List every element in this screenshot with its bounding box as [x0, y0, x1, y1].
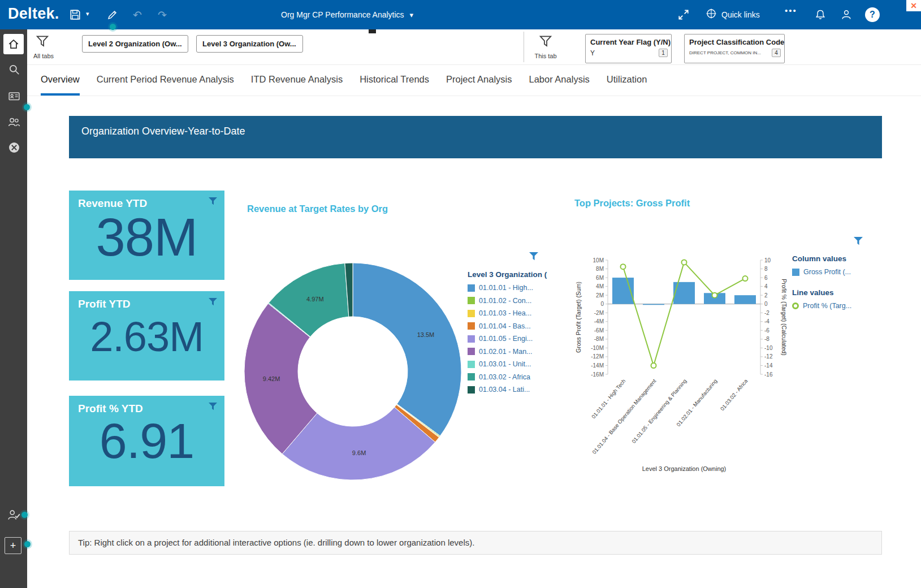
- legend-item[interactable]: 01.03.04 - Lati...: [468, 386, 561, 394]
- filter-funnel-icon[interactable]: [209, 298, 217, 308]
- kpi-card-profit-ytd[interactable]: Profit YTD 2.63M: [69, 291, 224, 381]
- tab-overview[interactable]: Overview: [41, 65, 80, 96]
- legend-swatch: [468, 348, 475, 355]
- filter-level3-organization[interactable]: Level 3 Organization (Ow...: [196, 35, 303, 53]
- hint-dot[interactable]: [24, 541, 31, 547]
- legend-item[interactable]: 01.03.01 - Unit...: [468, 360, 561, 368]
- undo-icon[interactable]: ↶: [130, 7, 145, 22]
- legend-item[interactable]: 01.01.04 - Bas...: [468, 322, 561, 330]
- left-axis-title: Gross Profit (Target) (Sum): [575, 282, 582, 353]
- filter-project-classification-code[interactable]: Project Classification Code DIRECT PROJE…: [684, 34, 785, 63]
- legend-swatch: [468, 335, 475, 343]
- gross-profit-bar[interactable]: [673, 282, 695, 304]
- combo-legend: Column values Gross Profit (... Line val…: [792, 254, 888, 322]
- filter-current-year-flag[interactable]: Current Year Flag (Y/N) Y 1: [585, 34, 672, 63]
- legend-label: 01.01.03 - Hea...: [479, 309, 531, 317]
- notifications-bell-icon[interactable]: [813, 7, 828, 22]
- left-axis-tick: -8M: [594, 336, 604, 342]
- line-marker[interactable]: [743, 276, 748, 281]
- legend-item[interactable]: Gross Profit (...: [792, 268, 888, 276]
- hint-dot[interactable]: [24, 104, 30, 110]
- save-dropdown-chevron-icon[interactable]: ▾: [86, 10, 89, 18]
- filter-funnel-icon[interactable]: [209, 197, 217, 207]
- more-options-icon[interactable]: •••: [785, 6, 797, 15]
- section-banner: Organization Overview-Year-to-Date: [69, 116, 882, 158]
- legend-label: 01.01.05 - Engi...: [479, 335, 533, 343]
- kpi-label: Profit YTD: [78, 298, 131, 310]
- filter-scrollbar-thumb[interactable]: [369, 29, 376, 33]
- this-tab-label: This tab: [529, 53, 562, 59]
- top-bar: Deltek. ▾ ↶ ↷ Org Mgr CP Performance Ana…: [0, 0, 921, 29]
- tab-labor-analysis[interactable]: Labor Analysis: [529, 65, 589, 96]
- dashboard-title-menu[interactable]: Org Mgr CP Performance Analytics ▾: [281, 0, 413, 29]
- redo-icon[interactable]: ↷: [155, 7, 170, 22]
- combo-chart[interactable]: 10M108M86M64M42M200-2M-2-4M-4-6M-6-8M-8-…: [574, 252, 789, 478]
- this-tab-filter-icon[interactable]: [539, 35, 552, 50]
- legend-item[interactable]: 01.02.01 - Man...: [468, 348, 561, 356]
- all-tabs-filter-icon[interactable]: [36, 35, 49, 50]
- legend-item[interactable]: 01.01.02 - Con...: [468, 297, 561, 305]
- tab-current-period-revenue-analysis[interactable]: Current Period Revenue Analysis: [97, 65, 234, 96]
- left-axis-tick: 8M: [596, 266, 604, 272]
- kpi-card-profit-pct-ytd[interactable]: Profit % YTD 6.91: [69, 396, 224, 486]
- donut-data-label: 13.5M: [417, 331, 435, 338]
- tab-itd-revenue-analysis[interactable]: ITD Revenue Analysis: [251, 65, 343, 96]
- filter-count-badge: 4: [772, 49, 781, 57]
- tab-utilization[interactable]: Utilization: [607, 65, 647, 96]
- close-icon[interactable]: ✕: [906, 0, 921, 11]
- legend-item[interactable]: 01.01.03 - Hea...: [468, 309, 561, 317]
- tab-project-analysis[interactable]: Project Analysis: [446, 65, 512, 96]
- legend-label: 01.01.01 - High...: [479, 284, 533, 292]
- category-label: 01.03.02 - Africa: [719, 378, 749, 412]
- expand-icon[interactable]: [676, 7, 691, 22]
- kpi-card-revenue-ytd[interactable]: Revenue YTD 38M: [69, 191, 224, 280]
- left-axis-tick: 4M: [596, 283, 604, 289]
- people-icon[interactable]: [7, 115, 21, 129]
- legend-label: 01.03.04 - Lati...: [479, 386, 530, 394]
- filter-funnel-icon[interactable]: [209, 403, 217, 413]
- user-check-icon[interactable]: [7, 508, 21, 522]
- save-icon[interactable]: [68, 7, 83, 22]
- gross-profit-bar[interactable]: [734, 295, 756, 304]
- donut-data-label: 9.42M: [263, 375, 280, 382]
- quick-links-button[interactable]: Quick links: [706, 0, 760, 29]
- left-sidebar: +: [0, 29, 27, 588]
- donut-filter-funnel-icon[interactable]: [529, 252, 538, 263]
- filter-bar: All tabs Level 2 Organization (Ow... Lev…: [27, 29, 921, 65]
- contact-card-icon[interactable]: [7, 89, 21, 103]
- left-axis-tick: 6M: [596, 275, 604, 281]
- line-marker[interactable]: [682, 260, 687, 265]
- pinned-items-icon[interactable]: [7, 140, 21, 155]
- legend-item[interactable]: Profit % (Targ...: [792, 302, 888, 310]
- hint-dot[interactable]: [21, 512, 28, 518]
- legend-item[interactable]: 01.01.05 - Engi...: [468, 335, 561, 343]
- right-axis-tick: -16: [764, 371, 773, 378]
- help-icon[interactable]: ?: [865, 7, 880, 22]
- hint-dot[interactable]: [110, 24, 116, 30]
- line-marker[interactable]: [651, 363, 656, 368]
- dashboard-tab-bar: OverviewCurrent Period Revenue AnalysisI…: [27, 65, 921, 96]
- edit-pencil-icon[interactable]: [105, 7, 120, 22]
- tab-historical-trends[interactable]: Historical Trends: [360, 65, 429, 96]
- search-icon[interactable]: [7, 62, 21, 77]
- right-axis-tick: -8: [764, 336, 769, 342]
- line-marker[interactable]: [712, 293, 717, 298]
- donut-chart-title: Revenue at Target Rates by Org: [247, 204, 388, 214]
- gross-profit-bar[interactable]: [643, 304, 664, 305]
- profit-pct-line: [623, 262, 745, 366]
- donut-chart[interactable]: 13.5M9.6M9.42M4.97M: [240, 258, 466, 485]
- donut-slice[interactable]: [353, 263, 461, 436]
- filter-level2-organization[interactable]: Level 2 Organization (Ow...: [82, 35, 188, 53]
- combo-legend-bar-swatch: [792, 269, 799, 276]
- sidebar-home-button[interactable]: [3, 34, 24, 54]
- right-axis-tick: 6: [764, 275, 768, 281]
- line-marker[interactable]: [621, 264, 626, 269]
- x-axis-title: Level 3 Organization (Owning): [642, 465, 727, 472]
- user-profile-icon[interactable]: [839, 7, 854, 22]
- add-button[interactable]: +: [5, 537, 21, 554]
- legend-item[interactable]: 01.03.02 - Africa: [468, 373, 561, 381]
- combo-filter-funnel-icon[interactable]: [854, 237, 863, 248]
- legend-swatch: [468, 310, 475, 317]
- legend-item[interactable]: 01.01.01 - High...: [468, 284, 561, 292]
- left-axis-tick: -2M: [594, 310, 604, 316]
